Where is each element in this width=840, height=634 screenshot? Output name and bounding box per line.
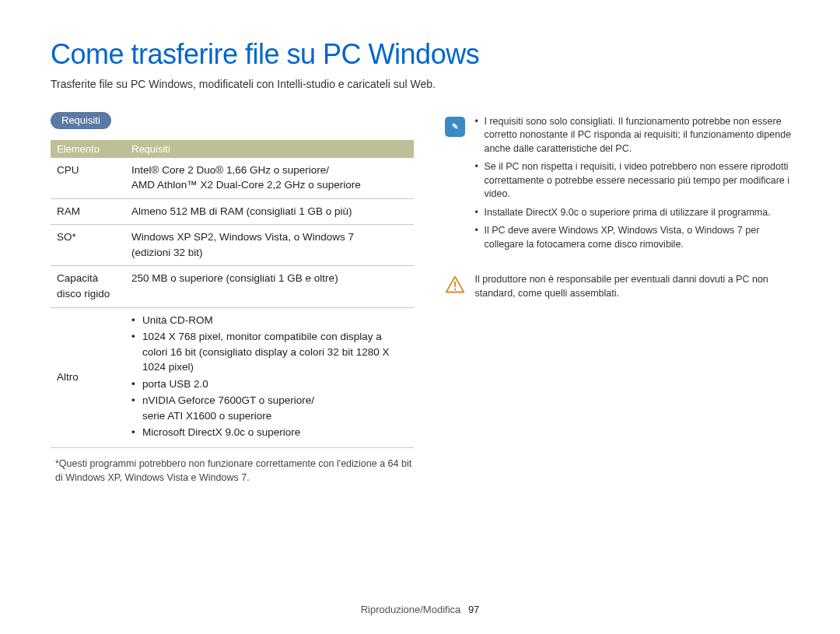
cell-label: Altro [51, 307, 125, 448]
info-icon: ✎ [445, 117, 465, 137]
list-item: Unità CD-ROM [131, 313, 408, 328]
svg-text:✎: ✎ [452, 122, 458, 131]
list-item: 1024 X 768 pixel, monitor compatibile co… [131, 329, 408, 375]
cell-label: RAM [51, 198, 125, 225]
warning-icon [445, 275, 465, 295]
svg-point-3 [454, 289, 456, 290]
footer-page-number: 97 [468, 604, 479, 615]
footnote: *Questi programmi potrebbero non funzion… [51, 457, 414, 485]
page-footer: Riproduzione/Modifica 97 [0, 604, 840, 615]
cell-value: Intel® Core 2 Duo® 1,66 GHz o superiore/… [125, 158, 414, 199]
warning-note-text: Il produttore non è responsabile per eve… [474, 273, 793, 300]
cell-value: Almeno 512 MB di RAM (consigliati 1 GB o… [125, 198, 414, 225]
table-row: Capacità disco rigido 250 MB o superiore… [51, 266, 414, 307]
table-row: SO* Windows XP SP2, Windows Vista, o Win… [51, 225, 414, 266]
cell-label: CPU [51, 158, 125, 199]
table-row: RAM Almeno 512 MB di RAM (consigliati 1 … [51, 198, 414, 225]
list-item: porta USB 2.0 [131, 377, 408, 392]
footer-section: Riproduzione/Modifica [361, 604, 461, 615]
page-title: Come trasferire file su PC Windows [51, 39, 793, 70]
cell-label: SO* [51, 225, 125, 266]
cell-value: Windows XP SP2, Windows Vista, o Windows… [125, 225, 414, 266]
info-note-item: Installate DirectX 9.0c o superiore prim… [474, 206, 793, 220]
info-note-item: Se il PC non rispetta i requisiti, i vid… [474, 160, 793, 201]
table-row: CPU Intel® Core 2 Duo® 1,66 GHz o superi… [51, 158, 414, 199]
cell-value: 250 MB o superiore (consigliati 1 GB e o… [125, 266, 414, 307]
info-note-item: Il PC deve avere Windows XP, Windows Vis… [474, 224, 793, 251]
requirements-table: Elemento Requisiti CPU Intel® Core 2 Duo… [51, 140, 414, 448]
list-item: nVIDIA Geforce 7600GT o superiore/ serie… [131, 393, 408, 423]
list-item: Microsoft DirectX 9.0c o superiore [131, 425, 408, 440]
cell-value: Unità CD-ROM 1024 X 768 pixel, monitor c… [125, 307, 414, 448]
table-header-elemento: Elemento [51, 140, 125, 158]
table-header-requisiti: Requisiti [125, 140, 414, 158]
info-note-box: ✎ I requisiti sono solo consigliati. Il … [445, 115, 793, 257]
section-label-requisiti: Requisiti [51, 112, 111, 129]
page-subtitle: Trasferite file su PC Windows, modificat… [51, 78, 793, 90]
cell-label: Capacità disco rigido [51, 266, 125, 307]
table-row: Altro Unità CD-ROM 1024 X 768 pixel, mon… [51, 307, 414, 448]
warning-note-box: Il produttore non è responsabile per eve… [445, 273, 793, 300]
info-note-item: I requisiti sono solo consigliati. Il fu… [474, 115, 793, 156]
